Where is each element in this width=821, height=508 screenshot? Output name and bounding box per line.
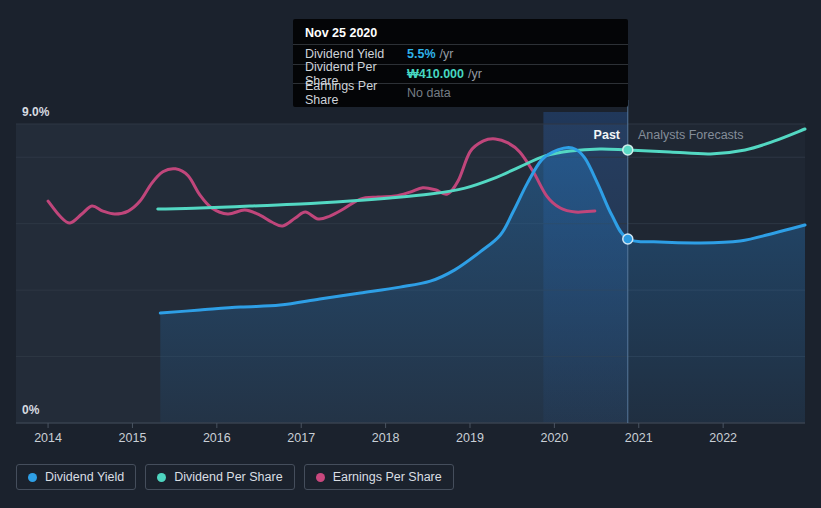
x-tick-label: 2021 (625, 431, 653, 445)
legend-item-dividend-yield[interactable]: Dividend Yield (16, 464, 136, 490)
dividend-per-share-dot-icon (157, 473, 166, 482)
earnings-per-share-dot-icon (316, 473, 325, 482)
x-tick-label: 2019 (456, 431, 484, 445)
x-tick-label: 2018 (372, 431, 400, 445)
x-tick-label: 2020 (540, 431, 568, 445)
legend-label: Dividend Per Share (174, 470, 282, 484)
legend-label: Earnings Per Share (333, 470, 442, 484)
tooltip-unit: /yr (440, 47, 454, 61)
series-marker (623, 145, 633, 155)
tooltip-date: Nov 25 2020 (293, 23, 628, 44)
past-label: Past (594, 128, 620, 142)
analysts-forecasts-label: Analysts Forecasts (638, 128, 744, 142)
x-tick-label: 2015 (119, 431, 147, 445)
dividend-yield-dot-icon (28, 473, 37, 482)
series-marker (623, 234, 633, 244)
x-tick-label: 2022 (709, 431, 737, 445)
tooltip-value: ₩410.000 (407, 67, 464, 81)
y-axis-top-label: 9.0% (22, 105, 49, 119)
x-axis-labels: 201420152016201720182019202020212022 (0, 431, 821, 449)
tooltip-value: No data (407, 86, 451, 100)
tooltip-label: Earnings Per Share (305, 79, 407, 107)
tooltip-unit: /yr (468, 67, 482, 81)
tooltip-row-earnings-per-share: Earnings Per Share No data (293, 83, 628, 103)
x-tick-label: 2014 (34, 431, 62, 445)
legend: Dividend Yield Dividend Per Share Earnin… (16, 464, 454, 490)
legend-item-earnings-per-share[interactable]: Earnings Per Share (304, 464, 454, 490)
chart-tooltip: Nov 25 2020 Dividend Yield 5.5% /yr Divi… (293, 19, 628, 107)
x-tick-label: 2017 (287, 431, 315, 445)
x-tick-label: 2016 (203, 431, 231, 445)
tooltip-value: 5.5% (407, 47, 436, 61)
y-axis-bottom-label: 0% (22, 403, 39, 417)
legend-item-dividend-per-share[interactable]: Dividend Per Share (145, 464, 294, 490)
legend-label: Dividend Yield (45, 470, 124, 484)
